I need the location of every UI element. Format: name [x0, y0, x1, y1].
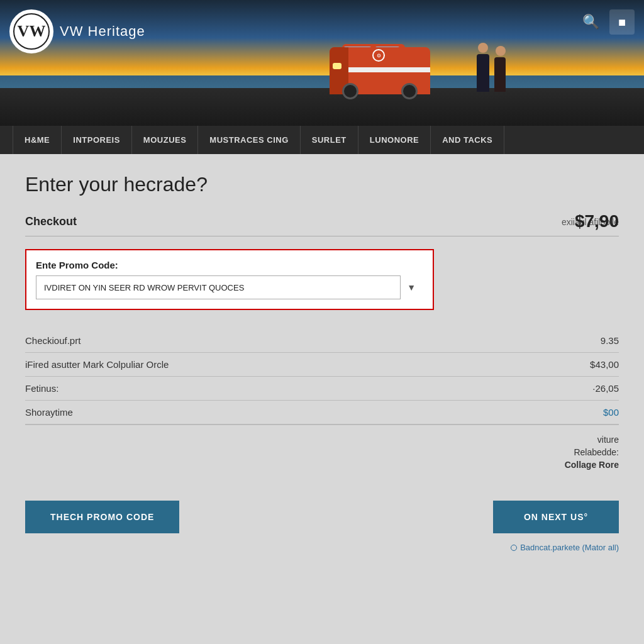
- chevron-down-icon: ▼: [407, 282, 416, 292]
- page-title: Enter your hecrade?: [25, 173, 619, 196]
- nav-item-home[interactable]: H&ME: [13, 126, 62, 154]
- nav-item-and-tacks[interactable]: AND TACKS: [431, 126, 504, 154]
- footer-link[interactable]: Badncat.parkete (Mator all): [25, 543, 619, 552]
- line-item-value: $43,00: [590, 359, 619, 370]
- line-item-label: Fetinus:: [25, 383, 58, 394]
- summary-line: Relabedde:: [25, 447, 619, 457]
- next-button[interactable]: ON NEXT US°: [493, 501, 619, 533]
- circle-icon: [511, 545, 517, 551]
- promo-select[interactable]: IVDIRET ON YIN SEER RD WROW PERVIT QUOCE…: [36, 275, 401, 299]
- menu-icon[interactable]: ■: [609, 9, 635, 35]
- vw-logo-circle: VW: [9, 9, 53, 53]
- line-item: iFired asutter Mark Colpuliar Orcle $43,…: [25, 353, 619, 377]
- button-row: THECH PROMO CODE ON NEXT US°: [25, 501, 619, 533]
- nav-item-surlet[interactable]: SURLET: [301, 126, 358, 154]
- vw-logo-text: VW: [18, 22, 46, 41]
- site-header: ⊙ VW VW Heritage 🔍 ■: [0, 0, 644, 126]
- header-icons: 🔍 ■: [578, 9, 635, 35]
- line-item-label: Checkiouf.prt: [25, 335, 80, 346]
- logo-area: VW VW Heritage: [9, 9, 145, 53]
- promo-box: Ente Promo Code: IVDIRET ON YIN SEER RD …: [25, 249, 434, 310]
- nav-item-intporeis[interactable]: INTPOREIS: [62, 126, 132, 154]
- brand-name: VW Heritage: [60, 23, 145, 40]
- nav-item-mustraces[interactable]: MUSTRACES CING: [198, 126, 300, 154]
- nav-item-lunonore[interactable]: LUNONORE: [358, 126, 431, 154]
- summary-line: Collage Rore: [25, 460, 619, 470]
- checkout-header: Checkout exiiaul afilobile: [25, 215, 619, 236]
- footer-link-text: Badncat.parkete (Mator all): [520, 543, 619, 552]
- line-item-value: ·26,05: [592, 383, 619, 394]
- price-display: $7,90: [575, 211, 619, 231]
- promo-label: Ente Promo Code:: [36, 260, 423, 270]
- line-item-label: Shoraytime: [25, 407, 73, 418]
- line-item-value: 9.35: [601, 335, 619, 346]
- main-nav: H&ME INTPOREIS MOUZUES MUSTRACES CING SU…: [0, 126, 644, 154]
- line-item: Fetinus: ·26,05: [25, 377, 619, 401]
- line-items: Checkiouf.prt 9.35 iFired asutter Mark C…: [25, 329, 619, 425]
- checkout-label: Checkout: [25, 215, 77, 228]
- main-content: Enter your hecrade? Checkout exiiaul afi…: [0, 154, 644, 644]
- promo-button[interactable]: THECH PROMO CODE: [25, 501, 179, 533]
- summary-line: viture: [25, 435, 619, 445]
- summary-box: viture Relabedde: Collage Rore: [25, 425, 619, 482]
- bus-illustration: ⊙: [330, 38, 430, 94]
- search-icon[interactable]: 🔍: [578, 9, 603, 35]
- line-item: Checkiouf.prt 9.35: [25, 329, 619, 353]
- line-item: Shoraytime $00: [25, 401, 619, 425]
- line-item-value: $00: [603, 407, 619, 418]
- promo-select-wrapper: IVDIRET ON YIN SEER RD WROW PERVIT QUOCE…: [36, 275, 423, 299]
- promo-price-row: Ente Promo Code: IVDIRET ON YIN SEER RD …: [25, 249, 619, 323]
- line-item-label: iFired asutter Mark Colpuliar Orcle: [25, 359, 169, 370]
- nav-item-mouzues[interactable]: MOUZUES: [132, 126, 199, 154]
- people-illustration: [477, 54, 506, 94]
